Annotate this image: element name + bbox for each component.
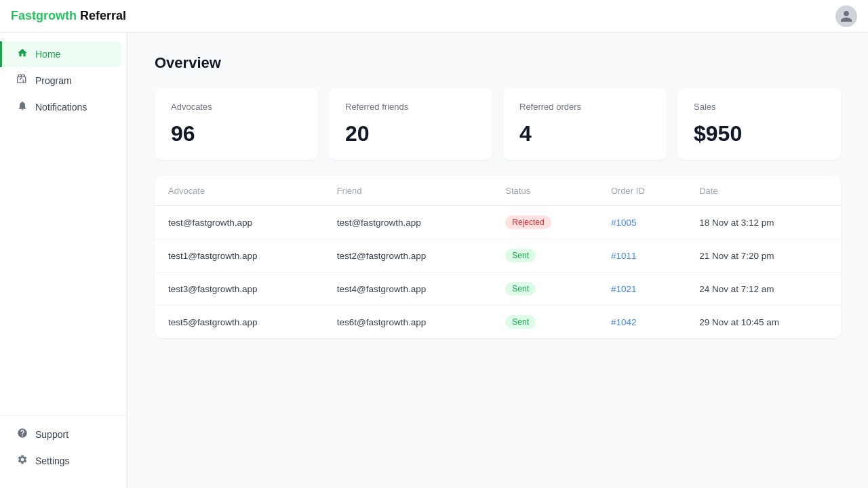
th-status: Status	[492, 176, 597, 206]
sidebar-support-label: Support	[35, 429, 68, 440]
stat-label-advocates: Advocates	[171, 102, 302, 112]
td-status: Sent	[492, 239, 597, 272]
sidebar: Home Program Notifications Support	[0, 33, 127, 488]
sidebar-notifications-label: Notifications	[35, 102, 87, 113]
td-order-id[interactable]: #1005	[597, 206, 686, 239]
td-order-id[interactable]: #1042	[597, 306, 686, 339]
stat-value-sales: $950	[694, 121, 825, 146]
td-order-id[interactable]: #1021	[597, 272, 686, 306]
stat-label-referred_orders: Referred orders	[519, 102, 650, 112]
sidebar-item-notifications[interactable]: Notifications	[5, 94, 121, 120]
stat-card-referred_orders: Referred orders 4	[503, 88, 667, 160]
stat-card-advocates: Advocates 96	[155, 88, 318, 160]
stat-card-sales: Sales $950	[677, 88, 841, 160]
sidebar-item-support[interactable]: Support	[5, 422, 121, 447]
td-status: Sent	[492, 272, 597, 306]
table-row: test5@fastgrowth.app tes6t@fastgrowth.ap…	[155, 306, 841, 339]
sidebar-program-label: Program	[35, 75, 72, 86]
sidebar-nav: Home Program Notifications	[0, 41, 127, 415]
status-badge: Sent	[505, 249, 536, 262]
td-status: Rejected	[492, 206, 597, 239]
th-friend: Friend	[323, 176, 492, 206]
program-icon	[16, 74, 28, 87]
stat-label-sales: Sales	[694, 102, 825, 112]
td-status: Sent	[492, 306, 597, 339]
status-badge: Sent	[505, 315, 536, 329]
td-date: 29 Nov at 10:45 am	[686, 306, 841, 339]
th-order_id: Order ID	[597, 176, 686, 206]
status-badge: Rejected	[505, 216, 551, 229]
page-title: Overview	[155, 54, 841, 72]
table-header-row: AdvocateFriendStatusOrder IDDate	[155, 176, 841, 206]
table-row: test3@fastgrowth.app test4@fastgrowth.ap…	[155, 272, 841, 306]
table-row: test@fastgrowth.app test@fastgrowth.app …	[155, 206, 841, 239]
notifications-icon	[16, 100, 28, 114]
order-link[interactable]: #1021	[611, 284, 637, 294]
avatar[interactable]	[835, 5, 857, 27]
td-date: 21 Nov at 7:20 pm	[686, 239, 841, 272]
status-badge: Sent	[505, 282, 536, 296]
stat-value-referred_orders: 4	[519, 121, 650, 146]
td-friend: test4@fastgrowth.app	[323, 272, 492, 306]
td-friend: test@fastgrowth.app	[323, 206, 492, 239]
sidebar-settings-label: Settings	[35, 455, 70, 466]
td-friend: tes6t@fastgrowth.app	[323, 306, 492, 339]
table-row: test1@fastgrowth.app test2@fastgrowth.ap…	[155, 239, 841, 272]
td-advocate: test1@fastgrowth.app	[155, 239, 323, 272]
th-date: Date	[686, 176, 841, 206]
stat-label-referred_friends: Referred friends	[345, 102, 476, 112]
referrals-table-container: AdvocateFriendStatusOrder IDDate test@fa…	[155, 176, 841, 338]
order-link[interactable]: #1042	[611, 317, 637, 327]
td-date: 24 Nov at 7:12 am	[686, 272, 841, 306]
stat-cards: Advocates 96 Referred friends 20 Referre…	[155, 88, 841, 160]
stat-card-referred_friends: Referred friends 20	[329, 88, 492, 160]
sidebar-item-home[interactable]: Home	[0, 41, 121, 67]
home-icon	[16, 47, 28, 61]
stat-value-advocates: 96	[171, 121, 302, 146]
sidebar-home-label: Home	[35, 49, 60, 60]
referrals-table: AdvocateFriendStatusOrder IDDate test@fa…	[155, 176, 841, 338]
support-icon	[16, 428, 28, 441]
th-advocate: Advocate	[155, 176, 323, 206]
td-advocate: test5@fastgrowth.app	[155, 306, 323, 339]
order-link[interactable]: #1005	[611, 218, 637, 228]
td-order-id[interactable]: #1011	[597, 239, 686, 272]
stat-value-referred_friends: 20	[345, 121, 476, 146]
td-advocate: test@fastgrowth.app	[155, 206, 323, 239]
sidebar-item-program[interactable]: Program	[5, 68, 121, 94]
sidebar-item-settings[interactable]: Settings	[5, 448, 121, 474]
main-content: Overview Advocates 96 Referred friends 2…	[127, 33, 868, 488]
settings-icon	[16, 454, 28, 468]
td-date: 18 Nov at 3:12 pm	[686, 206, 841, 239]
logo: Fastgrowth Referral	[11, 9, 126, 23]
order-link[interactable]: #1011	[611, 251, 637, 261]
td-friend: test2@fastgrowth.app	[323, 239, 492, 272]
sidebar-bottom: Support Settings	[0, 415, 127, 480]
top-header: Fastgrowth Referral	[0, 0, 868, 33]
td-advocate: test3@fastgrowth.app	[155, 272, 323, 306]
